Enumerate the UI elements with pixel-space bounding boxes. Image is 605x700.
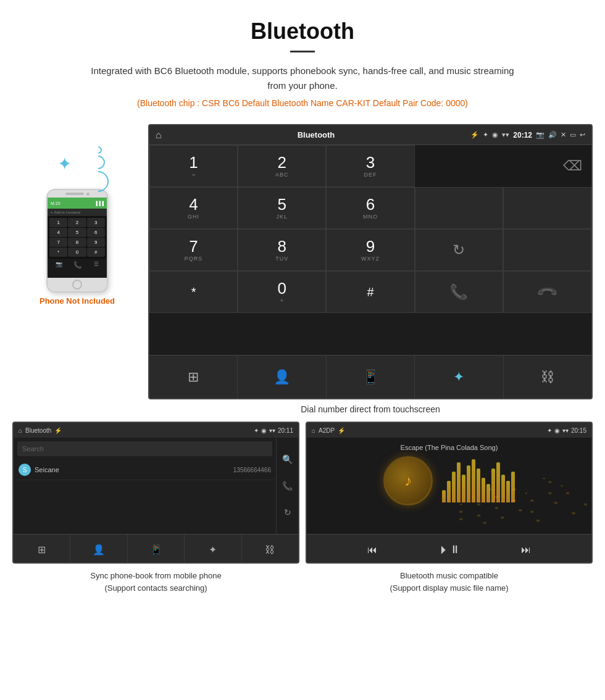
dial-display: ⌫ bbox=[415, 145, 591, 187]
pb-nav-link[interactable]: ⛓ bbox=[242, 535, 298, 564]
bluetooth-signal-icon: ✦ bbox=[52, 143, 102, 186]
location-icon: ◉ bbox=[492, 131, 498, 139]
eq-bar bbox=[477, 469, 480, 502]
dial-caption: Dial number direct from touchscreen bbox=[148, 399, 593, 422]
equalizer-bars bbox=[442, 459, 515, 502]
music-screen: ⌂ A2DP ⚡ ✦ ◉ ▾▾ 20:15 bbox=[306, 422, 593, 564]
pb-nav-dialpad[interactable]: ⊞ bbox=[14, 535, 70, 564]
music-status-bar: ⌂ A2DP ⚡ ✦ ◉ ▾▾ 20:15 bbox=[307, 423, 591, 438]
pb-signal-icon: ▾▾ bbox=[269, 427, 275, 434]
phone-dialpad: 1 2 3 4 5 6 7 8 9 * 0 # bbox=[48, 216, 107, 259]
key-4[interactable]: 4 GHI bbox=[149, 187, 238, 229]
redial-button[interactable]: ↻ bbox=[415, 229, 503, 271]
eq-bar bbox=[491, 469, 495, 502]
phone-green-bar: M:20 ▐▐▐ bbox=[48, 198, 107, 209]
status-bar-right: ⚡ ✦ ◉ ▾▾ 20:12 📷 🔊 ✕ ▭ ↩ bbox=[470, 131, 585, 140]
key-star[interactable]: * bbox=[149, 271, 238, 313]
svg-point-18 bbox=[543, 478, 545, 479]
back-icon[interactable]: ↩ bbox=[580, 131, 585, 139]
pb-search-icon[interactable]: 🔍 bbox=[282, 454, 293, 464]
eq-bar bbox=[472, 459, 475, 502]
key-6[interactable]: 6 MNO bbox=[326, 187, 414, 229]
fullscreen-icon[interactable]: ▭ bbox=[570, 131, 576, 139]
svg-point-22 bbox=[501, 517, 504, 519]
song-title: Escape (The Pina Colada Song) bbox=[401, 444, 498, 451]
phonebook-screen: ⌂ Bluetooth ⚡ ✦ ◉ ▾▾ 20:11 Search bbox=[12, 422, 299, 564]
svg-point-4 bbox=[530, 499, 534, 502]
dp-empty-2 bbox=[503, 187, 591, 229]
pb-nav-phone[interactable]: 📱 bbox=[128, 535, 185, 564]
phone-home-button[interactable] bbox=[72, 280, 82, 290]
key-7[interactable]: 7 PQRS bbox=[149, 229, 238, 271]
signal-arc-1 bbox=[93, 145, 104, 156]
svg-point-7 bbox=[584, 503, 588, 506]
dp-empty-1 bbox=[415, 187, 503, 229]
music-card: ⌂ A2DP ⚡ ✦ ◉ ▾▾ 20:15 bbox=[306, 422, 593, 596]
play-pause-button[interactable]: ⏵⏸ bbox=[438, 543, 461, 556]
pb-title: Bluetooth bbox=[25, 427, 51, 434]
prev-button[interactable]: ⏮ bbox=[367, 544, 377, 556]
eq-bar bbox=[511, 472, 515, 502]
pb-contact-row[interactable]: S Seicane 13566664466 bbox=[14, 460, 276, 480]
dialpad-area: 1 ⌁ 2 ABC 3 DEF ⌫ 4 GHI bbox=[149, 145, 591, 355]
key-2[interactable]: 2 ABC bbox=[238, 145, 326, 187]
phone-call-btn: 📞 bbox=[73, 261, 82, 269]
phone-not-included-label: Phone Not Included bbox=[40, 296, 115, 306]
usb-icon: ⚡ bbox=[470, 131, 479, 139]
nav-phone[interactable]: 📱 bbox=[327, 356, 415, 398]
svg-point-12 bbox=[530, 510, 534, 513]
music-controls: ⏮ ⏵⏸ ⏭ bbox=[307, 534, 591, 564]
key-hash[interactable]: # bbox=[326, 271, 414, 313]
eq-bar bbox=[442, 490, 446, 502]
add-contact-label: Add to Contacts bbox=[54, 210, 81, 214]
music-content: Escape (The Pina Colada Song) ♪ bbox=[307, 438, 591, 534]
svg-point-23 bbox=[519, 509, 522, 512]
main-content: ✦ M:20 ▐▐▐ + Add to Contacts bbox=[0, 124, 605, 422]
contact-number: 13566664466 bbox=[233, 467, 271, 473]
call-button[interactable]: 📞 bbox=[415, 271, 503, 313]
music-usb-icon: ⚡ bbox=[338, 427, 345, 434]
pb-nav-person[interactable]: 👤 bbox=[70, 535, 127, 564]
nav-dialpad[interactable]: ⊞ bbox=[149, 356, 238, 398]
pb-nav-bt[interactable]: ✦ bbox=[185, 535, 241, 564]
hangup-button[interactable]: 📞 bbox=[503, 271, 591, 313]
page-specs: (Bluetooth chip : CSR BC6 Default Blueto… bbox=[37, 98, 568, 108]
key-0[interactable]: 0 + bbox=[238, 271, 326, 313]
music-home-icon: ⌂ bbox=[312, 427, 315, 434]
pb-home-icon: ⌂ bbox=[19, 427, 22, 434]
phone-camera bbox=[86, 193, 90, 196]
key-3[interactable]: 3 DEF bbox=[326, 145, 414, 187]
key-8[interactable]: 8 TUV bbox=[238, 229, 326, 271]
close-icon[interactable]: ✕ bbox=[561, 131, 566, 139]
phone-screen: M:20 ▐▐▐ + Add to Contacts 1 2 3 4 5 6 7… bbox=[48, 198, 107, 278]
pb-refresh-icon[interactable]: ↻ bbox=[284, 507, 291, 517]
svg-point-26 bbox=[572, 512, 575, 515]
pb-search-bar[interactable]: Search bbox=[17, 441, 272, 456]
eq-bar bbox=[447, 481, 451, 502]
svg-point-13 bbox=[548, 492, 552, 494]
key-1[interactable]: 1 ⌁ bbox=[149, 145, 238, 187]
pb-status-right: ✦ ◉ ▾▾ 20:11 bbox=[254, 427, 293, 434]
pb-status-bar: ⌂ Bluetooth ⚡ ✦ ◉ ▾▾ 20:11 bbox=[14, 423, 298, 438]
signal-icon: ▾▾ bbox=[502, 131, 509, 139]
home-icon[interactable]: ⌂ bbox=[156, 130, 162, 141]
pb-phone-icon[interactable]: 📞 bbox=[282, 481, 293, 491]
car-screen: ⌂ Bluetooth ⚡ ✦ ◉ ▾▾ 20:12 📷 🔊 ✕ ▭ ↩ bbox=[148, 124, 593, 399]
next-button[interactable]: ⏭ bbox=[521, 544, 531, 556]
dp-empty-3 bbox=[503, 229, 591, 271]
nav-link[interactable]: ⛓ bbox=[504, 356, 591, 398]
svg-point-8 bbox=[459, 518, 463, 520]
bluetooth-status-icon: ✦ bbox=[483, 131, 488, 139]
title-divider bbox=[290, 51, 315, 52]
nav-bluetooth[interactable]: ✦ bbox=[415, 356, 503, 398]
nav-contacts[interactable]: 👤 bbox=[238, 356, 326, 398]
svg-point-19 bbox=[561, 485, 563, 486]
eq-bar bbox=[452, 472, 456, 502]
key-5[interactable]: 5 JKL bbox=[238, 187, 326, 229]
backspace-icon[interactable]: ⌫ bbox=[563, 158, 582, 174]
eq-bar bbox=[486, 484, 490, 502]
svg-point-17 bbox=[525, 493, 527, 494]
key-9[interactable]: 9 WXYZ bbox=[326, 229, 414, 271]
svg-point-6 bbox=[566, 492, 570, 494]
car-screen-section: ⌂ Bluetooth ⚡ ✦ ◉ ▾▾ 20:12 📷 🔊 ✕ ▭ ↩ bbox=[142, 124, 593, 422]
